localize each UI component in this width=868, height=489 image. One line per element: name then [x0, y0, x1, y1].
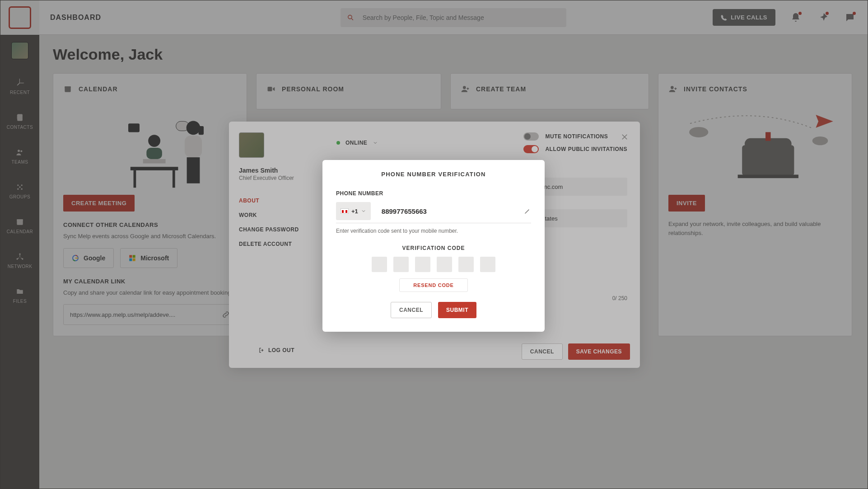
chevron-down-icon [361, 208, 366, 214]
resend-code-button[interactable]: RESEND CODE [399, 278, 467, 292]
verify-submit-button[interactable]: SUBMIT [438, 302, 476, 318]
code-input-1[interactable] [372, 257, 387, 272]
code-input-4[interactable] [437, 257, 452, 272]
country-selector[interactable]: +1 [336, 202, 371, 220]
phone-number-value: 889977655663 [382, 207, 524, 215]
country-code: +1 [351, 208, 358, 215]
phone-label: PHONE NUMBER [336, 190, 531, 197]
flag-icon [341, 208, 349, 214]
verification-title: PHONE NUMBER VERIFICATION [336, 171, 531, 178]
code-input-group [336, 257, 531, 272]
code-input-2[interactable] [393, 257, 409, 272]
edit-icon[interactable] [524, 207, 531, 215]
verification-help-text: Enter verification code sent to your mob… [336, 228, 531, 234]
verify-cancel-button[interactable]: CANCEL [391, 302, 432, 318]
code-input-3[interactable] [415, 257, 430, 272]
code-input-6[interactable] [480, 257, 495, 272]
verification-code-label: VERIFICATION CODE [336, 245, 531, 251]
code-input-5[interactable] [458, 257, 474, 272]
verification-modal: PHONE NUMBER VERIFICATION PHONE NUMBER +… [322, 160, 545, 332]
phone-row: +1 889977655663 [336, 202, 531, 223]
